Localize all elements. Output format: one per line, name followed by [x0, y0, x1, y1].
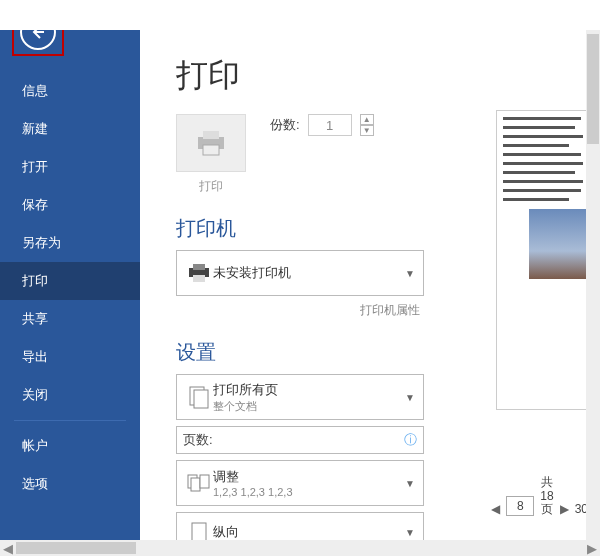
chevron-down-icon: ▼ [405, 392, 415, 403]
pager-unit: 页 [541, 503, 553, 516]
printer-name: 未安装打印机 [213, 264, 405, 282]
printer-properties-link[interactable]: 打印机属性 [140, 302, 424, 319]
printer-dropdown[interactable]: 未安装打印机 ▼ [176, 250, 424, 296]
sidebar-item-close[interactable]: 关闭 [0, 376, 140, 414]
collate-main: 调整 [213, 469, 239, 484]
sidebar-item-saveas[interactable]: 另存为 [0, 224, 140, 262]
scroll-right-button[interactable]: ▶ [584, 541, 600, 556]
print-button-label: 打印 [176, 178, 246, 195]
svg-rect-9 [191, 478, 200, 491]
sidebar: 信息 新建 打开 保存 另存为 打印 共享 导出 关闭 帐户 选项 [0, 0, 140, 540]
sidebar-separator [14, 420, 126, 421]
printer-dd-icon [185, 263, 213, 283]
print-scope-dropdown[interactable]: 打印所有页 整个文档 ▼ [176, 374, 424, 420]
print-scope-sub: 整个文档 [213, 399, 405, 414]
sidebar-menu: 信息 新建 打开 保存 另存为 打印 共享 导出 关闭 帐户 选项 [0, 72, 140, 503]
printer-icon [194, 129, 228, 157]
chevron-down-icon: ▼ [405, 527, 415, 538]
sidebar-item-share[interactable]: 共享 [0, 300, 140, 338]
sidebar-item-print[interactable]: 打印 [0, 262, 140, 300]
pages-field[interactable]: 页数: ⓘ [176, 426, 424, 454]
preview-image-placeholder [529, 209, 588, 279]
svg-rect-4 [193, 264, 205, 270]
svg-rect-5 [193, 275, 205, 282]
copies-down[interactable]: ▼ [360, 125, 374, 136]
pages-input[interactable] [219, 429, 398, 451]
sidebar-item-new[interactable]: 新建 [0, 110, 140, 148]
sidebar-item-save[interactable]: 保存 [0, 186, 140, 224]
svg-rect-10 [200, 475, 209, 488]
scroll-left-button[interactable]: ◀ [0, 541, 16, 556]
collate-icon [185, 472, 213, 494]
print-preview [496, 110, 588, 410]
copies-up[interactable]: ▲ [360, 114, 374, 125]
pages-icon [185, 385, 213, 409]
copies-input[interactable]: 1 [308, 114, 352, 136]
content-pane: 打印 打印 份数: 1 ▲ ▼ 打印机 未安装打印机 ▼ 打印机属性 设置 [140, 0, 600, 540]
horizontal-scroll-thumb[interactable] [16, 542, 136, 554]
print-button[interactable]: 打印 [176, 114, 246, 195]
collate-dropdown[interactable]: 调整 1,2,3 1,2,3 1,2,3 ▼ [176, 460, 424, 506]
next-page-button[interactable]: ▶ [560, 502, 569, 516]
current-page[interactable]: 8 [506, 496, 534, 516]
sidebar-item-export[interactable]: 导出 [0, 338, 140, 376]
sidebar-item-info[interactable]: 信息 [0, 72, 140, 110]
svg-rect-11 [192, 523, 206, 541]
prev-page-button[interactable]: ◀ [491, 502, 500, 516]
print-scope-main: 打印所有页 [213, 382, 278, 397]
copies-label: 份数: [270, 116, 300, 134]
sidebar-item-open[interactable]: 打开 [0, 148, 140, 186]
svg-rect-1 [203, 131, 219, 139]
horizontal-scrollbar[interactable]: ◀ ▶ [0, 540, 600, 556]
vertical-scrollbar[interactable] [586, 30, 600, 540]
sidebar-item-options[interactable]: 选项 [0, 465, 140, 503]
orientation-main: 纵向 [213, 523, 405, 541]
pager-total: 18 [540, 490, 553, 503]
chevron-down-icon: ▼ [405, 478, 415, 489]
pager: ◀ 8 共 18 页 ▶ 30 [491, 476, 588, 516]
svg-rect-2 [203, 145, 219, 155]
collate-sub: 1,2,3 1,2,3 1,2,3 [213, 486, 405, 498]
svg-rect-7 [194, 390, 208, 408]
pages-label: 页数: [177, 431, 219, 449]
vertical-scroll-thumb[interactable] [587, 34, 599, 144]
info-icon[interactable]: ⓘ [398, 431, 423, 449]
pager-total-label: 共 [541, 476, 553, 489]
sidebar-item-account[interactable]: 帐户 [0, 427, 140, 465]
chevron-down-icon: ▼ [405, 268, 415, 279]
page-heading: 打印 [176, 54, 600, 98]
